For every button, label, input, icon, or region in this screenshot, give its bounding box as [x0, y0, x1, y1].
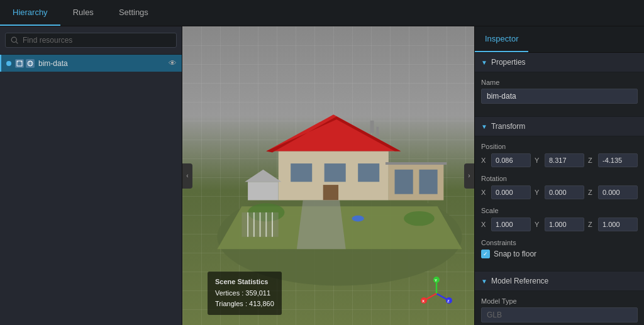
snap-to-floor-checkbox[interactable]: ✓ — [481, 250, 490, 258]
position-label: Position — [481, 143, 638, 150]
position-x-input[interactable] — [491, 153, 531, 167]
svg-marker-21 — [245, 170, 281, 182]
svg-rect-16 — [291, 163, 312, 182]
scene-stats-title: Scene Statistics — [215, 277, 274, 288]
inspector-panel: Inspector ▼ Properties Name ▼ Transform … — [474, 26, 644, 325]
cube-icon — [15, 59, 24, 68]
search-input-wrap — [5, 33, 177, 48]
position-z-input[interactable] — [598, 153, 638, 167]
vertices-stat: Vertices : 359,011 — [215, 288, 274, 299]
position-y-label: Y — [535, 157, 541, 164]
svg-text:X: X — [422, 299, 425, 303]
left-sidebar: bim-data 👁 — [0, 26, 182, 325]
rotation-x-input[interactable] — [491, 185, 531, 199]
svg-text:Z: Z — [447, 299, 450, 303]
scale-z-label: Z — [588, 221, 594, 228]
scale-group: Scale X Y Z — [481, 207, 638, 231]
properties-arrow-icon: ▼ — [481, 59, 487, 66]
rotation-z-input[interactable] — [598, 185, 638, 199]
scale-x-label: X — [481, 221, 487, 228]
model-type-input[interactable] — [481, 307, 638, 322]
constraints-row: Constraints ✓ Snap to floor — [481, 239, 638, 258]
collapse-left-arrow[interactable]: ‹ — [182, 163, 192, 189]
svg-rect-15 — [419, 170, 437, 194]
top-tab-bar: Hierarchy Rules Settings — [0, 0, 644, 26]
svg-line-34 — [436, 294, 448, 300]
axes-widget: Z Y X — [418, 275, 455, 312]
tree-item-label: bim-data — [38, 59, 165, 68]
name-input[interactable] — [481, 89, 638, 104]
scale-z-input[interactable] — [598, 218, 638, 231]
search-icon — [11, 36, 19, 45]
rotation-label: Rotation — [481, 175, 638, 182]
tab-hierarchy[interactable]: Hierarchy — [0, 0, 60, 26]
svg-line-1 — [16, 41, 18, 43]
svg-point-24 — [404, 211, 435, 226]
transform-section-body: Position X Y Z Rotation X Y — [475, 136, 644, 272]
main-layout: bim-data 👁 ↺ ↻ + ⊕ 🗑 ✛ — [0, 26, 644, 325]
constraints-label: Constraints — [481, 239, 638, 246]
viewport[interactable]: ↺ ↻ + ⊕ 🗑 ✛ — [182, 26, 474, 325]
inspector-tab[interactable]: Inspector — [475, 26, 528, 52]
position-z-label: Z — [588, 157, 594, 164]
svg-rect-32 — [370, 121, 374, 133]
properties-section-body: Name — [475, 72, 644, 117]
model-reference-section-body: Model Type Model Path — [475, 291, 644, 325]
tab-rules[interactable]: Rules — [60, 0, 106, 26]
transform-section-header[interactable]: ▼ Transform — [475, 117, 644, 136]
svg-point-6 — [29, 61, 31, 66]
triangles-stat: Triangles : 413,860 — [215, 299, 274, 310]
snap-to-floor-row: ✓ Snap to floor — [481, 250, 638, 258]
scale-y-input[interactable] — [545, 218, 584, 231]
visibility-toggle-icon[interactable]: 👁 — [169, 58, 177, 68]
rotation-z-label: Z — [588, 189, 594, 196]
search-input[interactable] — [23, 36, 171, 45]
rotation-y-label: Y — [535, 189, 541, 196]
inspector-header: Inspector — [475, 26, 644, 53]
position-group: Position X Y Z — [481, 143, 638, 167]
scale-xyz-row: X Y Z — [481, 218, 638, 231]
svg-rect-19 — [323, 185, 338, 200]
svg-rect-14 — [395, 170, 413, 194]
svg-marker-13 — [386, 162, 447, 165]
svg-marker-22 — [297, 200, 346, 249]
tab-settings[interactable]: Settings — [106, 0, 161, 26]
svg-text:Y: Y — [435, 278, 437, 282]
rotation-y-input[interactable] — [545, 185, 584, 199]
model-type-label: Model Type — [481, 297, 638, 305]
rotation-group: Rotation X Y Z — [481, 175, 638, 199]
tree-item-icons — [15, 59, 35, 68]
rotation-xyz-row: X Y Z — [481, 185, 638, 199]
tree-item-indicator — [6, 61, 11, 66]
sphere-icon — [26, 59, 35, 68]
scale-y-label: Y — [535, 221, 541, 228]
svg-point-31 — [352, 216, 364, 222]
svg-point-5 — [28, 61, 33, 66]
svg-rect-17 — [325, 163, 346, 182]
name-label: Name — [481, 79, 638, 86]
rotation-x-label: X — [481, 189, 487, 196]
scale-x-input[interactable] — [491, 218, 531, 231]
collapse-right-arrow[interactable]: › — [464, 163, 474, 189]
position-xyz-row: X Y Z — [481, 153, 638, 167]
model-type-field: Model Type — [481, 297, 638, 322]
snap-to-floor-label: Snap to floor — [494, 250, 536, 258]
position-y-input[interactable] — [545, 153, 584, 167]
svg-point-0 — [11, 37, 16, 42]
svg-marker-20 — [248, 182, 279, 200]
scale-label: Scale — [481, 207, 638, 214]
search-bar — [0, 26, 182, 55]
svg-rect-18 — [358, 163, 379, 182]
properties-section-header[interactable]: ▼ Properties — [475, 53, 644, 72]
model-ref-arrow-icon: ▼ — [481, 278, 487, 285]
svg-line-40 — [425, 294, 436, 300]
scene-stats: Scene Statistics Vertices : 359,011 Tria… — [208, 272, 282, 315]
model-reference-section-header[interactable]: ▼ Model Reference — [475, 272, 644, 291]
position-x-label: X — [481, 157, 487, 164]
svg-rect-33 — [376, 127, 379, 136]
name-field-row: Name — [481, 79, 638, 104]
transform-arrow-icon: ▼ — [481, 123, 487, 130]
tree-item-bim-data[interactable]: bim-data 👁 — [0, 55, 182, 72]
